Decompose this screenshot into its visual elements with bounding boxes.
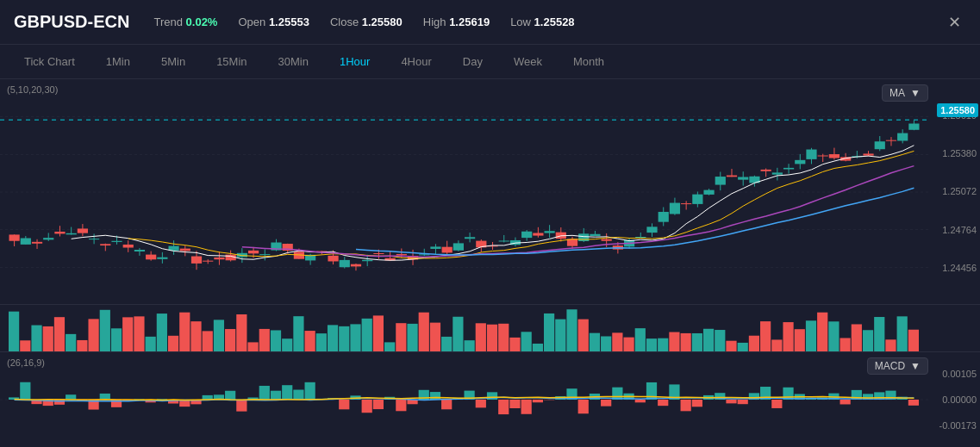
open-stat: Open 1.25553 <box>238 16 309 28</box>
trend-stat: Trend 0.02% <box>153 16 217 28</box>
low-stat: Low 1.25528 <box>510 16 574 28</box>
symbol-label: GBPUSD-ECN <box>14 12 129 32</box>
main-canvas[interactable] <box>0 79 928 305</box>
tab-5min[interactable]: 5Min <box>147 50 199 73</box>
price-level-3: 1.25072 <box>929 186 977 196</box>
timeframe-tabs: Tick Chart 1Min 5Min 15Min 30Min 1Hour 4… <box>0 45 980 79</box>
tab-1hour[interactable]: 1Hour <box>326 50 384 73</box>
header: GBPUSD-ECN Trend 0.02% Open 1.25553 Clos… <box>0 0 980 45</box>
macd-level-3: -0.00173 <box>929 420 977 431</box>
tab-30min[interactable]: 30Min <box>265 50 322 73</box>
tab-day[interactable]: Day <box>449 50 496 73</box>
macd-dropdown-icon: ▼ <box>910 360 921 372</box>
macd-level-1: 0.00105 <box>929 369 977 379</box>
macd-params-label: (26,16,9) <box>7 357 45 368</box>
macd-area[interactable]: (26,16,9) MACD ▼ 0.00105 0.00000 -0.0017… <box>0 352 980 447</box>
tab-week[interactable]: Week <box>500 50 556 73</box>
ma-dropdown-icon: ▼ <box>910 87 921 99</box>
ma-params-label: (5,10,20,30) <box>7 84 58 95</box>
tab-tick[interactable]: Tick Chart <box>10 50 89 73</box>
close-button[interactable]: ✕ <box>942 10 966 34</box>
volume-area <box>0 305 980 352</box>
macd-selector[interactable]: MACD ▼ <box>867 357 928 375</box>
tab-month[interactable]: Month <box>559 50 618 73</box>
macd-level-2: 0.00000 <box>929 394 977 405</box>
high-stat: High 1.25619 <box>423 16 490 28</box>
current-price-label: 1.25580 <box>937 103 978 117</box>
price-level-5: 1.24456 <box>929 263 977 273</box>
main-chart[interactable]: (5,10,20,30) MA ▼ 1.25619 1.25380 1.2507… <box>0 79 980 305</box>
tab-15min[interactable]: 15Min <box>203 50 260 73</box>
tab-4hour[interactable]: 4Hour <box>387 50 445 73</box>
chart-container: (5,10,20,30) MA ▼ 1.25619 1.25380 1.2507… <box>0 79 980 447</box>
macd-canvas[interactable] <box>0 352 928 447</box>
price-level-2: 1.25380 <box>929 148 977 158</box>
volume-canvas <box>0 305 928 352</box>
tab-1min[interactable]: 1Min <box>92 50 144 73</box>
close-stat: Close 1.25580 <box>330 16 403 28</box>
stats-bar: Trend 0.02% Open 1.25553 Close 1.25580 H… <box>153 16 942 28</box>
ma-selector[interactable]: MA ▼ <box>882 84 928 102</box>
price-level-4: 1.24764 <box>929 225 977 235</box>
macd-scale: 0.00105 0.00000 -0.00173 <box>929 352 977 447</box>
